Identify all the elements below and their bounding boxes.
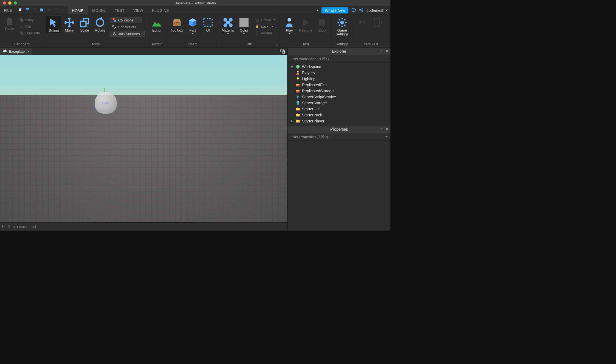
document-tab-label: Baseplate [9, 49, 25, 54]
group-terrain: Editor Terrain [147, 15, 167, 47]
toolbox-button[interactable]: Toolbox [169, 16, 185, 32]
copy-button[interactable]: Copy [18, 17, 42, 23]
ui-button[interactable]: UI [201, 16, 215, 32]
explorer-tree: Workspace Players Lighting ReplicatedFir… [288, 63, 390, 126]
game-settings-button[interactable]: Game Settings [334, 16, 350, 36]
tab-plugins[interactable]: PLUGINS [148, 6, 173, 15]
tab-home[interactable]: HOME [68, 6, 88, 15]
undo-icon[interactable] [54, 8, 58, 13]
group-button[interactable]: Group [253, 17, 277, 23]
svg-rect-55 [297, 101, 299, 103]
side-panels: Explorer ▭✕ Filter workspace (⇧⌘X) Works… [287, 48, 390, 231]
spawn-location-object[interactable]: Back [95, 92, 117, 114]
svg-point-45 [297, 71, 299, 72]
group-insert: Toolbox Part UI Insert [167, 15, 218, 47]
qat-dropdown-icon[interactable] [61, 10, 63, 11]
svg-point-57 [297, 102, 298, 102]
command-input[interactable] [7, 224, 285, 229]
group-test: Play Resume Stop Test [280, 15, 332, 47]
panel-close-icon[interactable]: ✕ [385, 49, 389, 53]
stop-button: Stop [315, 16, 329, 32]
grip-icon[interactable] [2, 225, 4, 228]
svg-rect-33 [226, 21, 230, 24]
join-surfaces-toggle[interactable]: Join Surfaces [110, 31, 145, 37]
team-test-exit-button [370, 16, 385, 28]
collisions-toggle[interactable]: Collisions [110, 17, 142, 23]
tree-item-workspace[interactable]: Workspace [288, 64, 390, 70]
collapse-ribbon-icon[interactable] [317, 10, 319, 11]
group-label-clipboard: Clipboard [2, 42, 42, 47]
panel-restore-icon[interactable]: ▭ [380, 49, 383, 53]
quick-access-toolbar [16, 6, 65, 15]
svg-rect-28 [204, 19, 212, 26]
svg-rect-50 [298, 84, 298, 86]
svg-rect-13 [21, 19, 23, 21]
svg-rect-47 [298, 79, 298, 80]
team-test-button [355, 16, 370, 28]
export-icon[interactable] [40, 8, 44, 13]
svg-point-6 [354, 11, 354, 12]
tree-item-serverstorage[interactable]: ServerStorage [288, 100, 390, 106]
scale-button[interactable]: Scale [77, 16, 92, 32]
svg-rect-17 [21, 32, 23, 35]
tree-item-starterpack[interactable]: StarterPack [288, 112, 390, 118]
duplicate-button[interactable]: Duplicate [18, 30, 42, 36]
play-button[interactable]: Play [282, 16, 297, 34]
group-label-tools: Tools [46, 42, 145, 47]
part-button[interactable]: Part [185, 16, 200, 34]
help-icon[interactable] [351, 7, 356, 13]
svg-rect-1 [19, 8, 21, 9]
group-label-teamtest: Team Test [355, 42, 385, 47]
tab-view[interactable]: VIEW [129, 6, 148, 15]
tree-item-starterplayer[interactable]: StarterPlayer [288, 118, 390, 124]
tree-item-serverscriptservice[interactable]: ServerScriptService [288, 94, 390, 100]
redo-icon[interactable] [32, 8, 37, 13]
tab-model[interactable]: MODEL [88, 6, 110, 15]
group-clipboard: Paste Copy Cut Duplicate Clipboard [0, 15, 44, 47]
material-button[interactable]: Material [220, 16, 236, 34]
svg-rect-39 [319, 19, 325, 26]
new-file-icon[interactable] [18, 8, 23, 13]
rotate-button[interactable]: Rotate [93, 16, 107, 32]
group-label-insert: Insert [169, 42, 215, 47]
svg-rect-42 [281, 50, 284, 52]
constraints-toggle[interactable]: Constraints [110, 24, 145, 30]
tree-item-startergui[interactable]: StarterGui [288, 106, 390, 112]
terrain-editor-button[interactable]: Editor [149, 16, 164, 32]
tab-test[interactable]: TEST [110, 6, 129, 15]
tree-item-players[interactable]: Players [288, 70, 390, 76]
tree-item-replicatedfirst[interactable]: ReplicatedFirst [288, 82, 390, 88]
svg-rect-11 [8, 18, 11, 19]
move-button[interactable]: Move [62, 16, 77, 32]
group-edit: Material Color Group Lock Anchor Edit [218, 15, 280, 47]
select-button[interactable]: Select [46, 16, 61, 33]
explorer-filter[interactable]: Filter workspace (⇧⌘X) [288, 55, 390, 63]
find-icon[interactable] [25, 8, 30, 13]
file-menu[interactable]: FILE [0, 6, 16, 15]
anchor-button[interactable]: Anchor [253, 30, 277, 36]
properties-filter[interactable]: Filter Properties (⇧⌘P) [288, 133, 390, 141]
group-label-settings: Settings [334, 42, 350, 47]
share-icon[interactable] [359, 7, 364, 13]
tree-item-lighting[interactable]: Lighting [288, 76, 390, 82]
viewport-3d[interactable]: Back [0, 55, 287, 222]
whats-new-button[interactable]: What's New [321, 7, 348, 13]
tree-item-replicatedstorage[interactable]: ReplicatedStorage [288, 88, 390, 94]
color-button[interactable]: Color [237, 16, 251, 34]
user-menu[interactable]: codemesh [367, 8, 388, 13]
close-tab-icon[interactable]: × [27, 49, 30, 54]
svg-point-58 [298, 102, 299, 102]
document-tab-baseplate[interactable]: Baseplate × [0, 48, 32, 55]
viewport-device-icon[interactable] [278, 48, 287, 55]
svg-point-54 [297, 96, 299, 98]
svg-rect-18 [81, 21, 86, 27]
svg-point-46 [297, 77, 299, 80]
lock-button[interactable]: Lock [253, 24, 277, 29]
paste-button[interactable]: Paste [2, 16, 17, 31]
properties-filter-dropdown-icon[interactable] [385, 136, 388, 138]
cut-button[interactable]: Cut [18, 24, 42, 29]
dialog-launcher-icon[interactable] [275, 44, 278, 47]
panel-close-icon-2[interactable]: ✕ [385, 127, 389, 131]
panel-restore-icon-2[interactable]: ▭ [380, 127, 383, 131]
svg-rect-27 [176, 22, 178, 23]
